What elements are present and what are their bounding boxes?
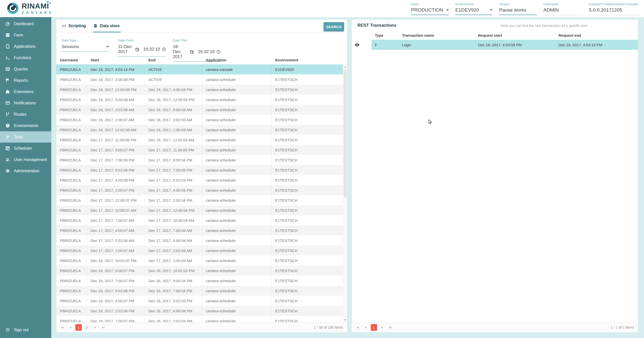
date-from-input[interactable]: 11-Dec-2017 (118, 44, 133, 54)
tab-scripting[interactable]: Scripting (62, 20, 86, 32)
sidebar-item-notifications[interactable]: Notifications (0, 97, 51, 109)
first-page-button[interactable] (59, 324, 65, 330)
sidebar-item-administration[interactable]: Administration (0, 165, 51, 177)
sidebar-item-extensions[interactable]: Extensions (0, 86, 51, 97)
table-row[interactable]: PBRIZUELADec 17, 2017, 12:00:07 PMDec 17… (56, 195, 347, 205)
eye-icon[interactable] (354, 42, 360, 48)
sidebar-item-routes[interactable]: Routes (0, 109, 51, 120)
next-page-button[interactable] (379, 324, 385, 330)
table-row[interactable]: PBRIZUELADec 17, 2017, 9:00:07 PMDec 17,… (56, 145, 347, 155)
environments-icon (5, 123, 10, 128)
scrollbar-thumb[interactable] (344, 69, 347, 198)
sidebar-item-dashboard[interactable]: Dashboard (0, 18, 51, 29)
table-row[interactable]: PBRIZUELADec 17, 2017, 5:02:06 PMDec 17,… (56, 165, 347, 175)
table-row[interactable]: PBRIZUELADec 17, 2017, 4:00:08 PMDec 17,… (56, 175, 347, 185)
sessions-pager: 12 1 - 50 of 100 items (56, 322, 347, 332)
page-button-2[interactable]: 2 (84, 324, 90, 331)
sidebar-item-applications[interactable]: Applications (0, 41, 51, 52)
table-row[interactable]: PBRIZUELADec 17, 2017, 4:00:07 AMDec 17,… (56, 225, 347, 235)
table-row[interactable]: PBRIZUELADec 16, 2017, 2:02:06 PMDec 16,… (56, 306, 347, 316)
header-field-label: Username (543, 2, 582, 6)
table-row[interactable]: PBRIZUELADec 17, 2017, 1:00:07 AMDec 17,… (56, 245, 347, 256)
clock-icon[interactable] (216, 50, 221, 54)
column-header-actions (352, 31, 371, 40)
sidebar-item-scheduler[interactable]: Scheduler (0, 143, 51, 154)
pager-summary: 1 - 1 of 1 items (611, 325, 634, 329)
data-type-select[interactable]: Sessions (62, 44, 109, 52)
registered-mark: ® (49, 2, 51, 5)
first-page-button[interactable] (355, 324, 361, 330)
farm-icon (5, 33, 10, 37)
tab-data-store-label: Data store (100, 24, 119, 28)
last-page-button[interactable] (100, 324, 106, 330)
column-header-username: Username (56, 55, 87, 64)
sidebar-item-functions[interactable]: Functions (0, 52, 51, 63)
table-row[interactable]: PBRIZUELADec 18, 2017, 12:02:06 AMDec 18… (56, 125, 347, 135)
table-row[interactable]: PBRIZUELADec 17, 2017, 7:00:08 PMDec 17,… (56, 155, 347, 165)
sidebar-item-user-management[interactable]: User management (0, 154, 51, 165)
database-icon (93, 24, 98, 28)
sidebar-item-tools[interactable]: Tools (0, 131, 51, 143)
table-row[interactable]: PBRIZUELADec 17, 2017, 7:00:07 AMDec 17,… (56, 215, 347, 225)
routes-icon (5, 112, 10, 117)
calendar-icon[interactable] (135, 47, 139, 52)
table-row[interactable]: PBRIZUELADec 16, 2017, 10:02:07 PMDec 17… (56, 256, 347, 266)
table-row[interactable]: PBRIZUELADec 17, 2017, 2:00:07 PMDec 17,… (56, 185, 347, 195)
table-row[interactable]: PBRIZUELADec 18, 2017, 2:00:07 AMDec 18,… (56, 115, 347, 125)
tab-scripting-label: Scripting (68, 24, 86, 28)
table-row[interactable]: PBRIZUELADec 16, 2017, 4:00:07 PMDec 16,… (56, 296, 347, 306)
code-icon (62, 24, 66, 28)
previous-page-button[interactable] (363, 324, 369, 330)
panel-title: REST Transactions (357, 23, 396, 28)
table-row[interactable]: F Login Dec 18, 2017, 4:03:09 PM Dec 18,… (352, 40, 638, 50)
chevron-down-icon (106, 46, 109, 48)
cell-request-start: Dec 18, 2017, 4:03:09 PM (474, 40, 555, 50)
search-button[interactable]: SEARCH (324, 22, 344, 31)
tab-data-store[interactable]: Data store (93, 20, 119, 32)
time-thru-input[interactable]: 16:32:10 (198, 49, 215, 54)
page-button-1[interactable]: 1 (75, 324, 82, 331)
tenant-value[interactable]: Pause works (499, 7, 537, 15)
brand-name: RINAMI (22, 3, 49, 10)
sidebar-item-environments[interactable]: Environments (0, 120, 51, 131)
sidebar-item-queries[interactable]: Queries (0, 63, 51, 75)
clock-icon[interactable] (162, 47, 166, 52)
scheduler-icon (5, 146, 10, 151)
data-store-panel: Scripting Data store SEARCH Data Type Se… (56, 20, 347, 332)
table-row[interactable]: PBRIZUELADec 18, 2017, 4:00:08 PMACTIVEc… (56, 74, 347, 84)
last-page-button[interactable] (387, 324, 393, 330)
table-row[interactable]: PBRIZUELADec 18, 2017, 4:03:14 PMACTIVEc… (56, 64, 347, 74)
table-row[interactable]: PBRIZUELADec 16, 2017, 5:02:06 PMDec 16,… (56, 286, 347, 296)
table-row[interactable]: PBRIZUELADec 18, 2017, 3:02:06 AMDec 18,… (56, 105, 347, 115)
rest-transactions-titlebar: REST Transactions Here you can find the … (352, 20, 638, 31)
sidebar-item-reports[interactable]: Reports (0, 75, 51, 86)
table-row[interactable]: PBRIZUELADec 18, 2017, 9:00:08 AMDec 18,… (56, 95, 347, 105)
sidebar-item-farm[interactable]: Farm (0, 29, 51, 41)
page-button-1[interactable]: 1 (371, 324, 377, 331)
top-bar: RINAMI® CANTARA FarmPRODUCTIONEnvironmen… (0, 0, 644, 17)
previous-page-button[interactable] (67, 324, 73, 330)
sign-out-label: Sign out (14, 328, 29, 332)
calendar-icon[interactable] (190, 50, 194, 54)
table-row[interactable]: PBRIZUELADec 17, 2017, 2:02:06 AMDec 17,… (56, 235, 347, 245)
environment-select[interactable]: E1DEV920 (455, 7, 493, 15)
sign-out-button[interactable]: Sign out (0, 324, 51, 335)
time-from-input[interactable]: 16:32:10 (143, 47, 160, 52)
table-row[interactable]: PBRIZUELADec 17, 2017, 10:00:07 AMDec 17… (56, 205, 347, 215)
table-row[interactable]: PBRIZUELADec 16, 2017, 1:00:07 PMDec 16,… (56, 316, 347, 322)
table-row[interactable]: PBRIZUELADec 17, 2017, 11:00:08 PMDec 18… (56, 135, 347, 145)
table-row[interactable]: PBRIZUELADec 16, 2017, 9:00:07 PMDec 16,… (56, 266, 347, 276)
scrollbar[interactable] (343, 64, 347, 322)
extensions-icon (5, 89, 10, 94)
sign-out-icon (5, 327, 10, 332)
table-row[interactable]: PBRIZUELADec 18, 2017, 12:00:08 PMDec 18… (56, 84, 347, 95)
scroll-down-arrow[interactable] (343, 318, 347, 322)
table-row[interactable]: PBRIZUELADec 16, 2017, 7:00:07 PMDec 16,… (56, 276, 347, 286)
empty-area (352, 50, 638, 322)
username-value: ADMIN (543, 7, 582, 15)
farm-select[interactable]: PRODUCTION (411, 7, 449, 15)
scroll-up-arrow[interactable] (343, 64, 347, 69)
sessions-table-body: PBRIZUELADec 18, 2017, 4:03:14 PMACTIVEc… (56, 64, 347, 322)
column-header-transaction-name: Transaction name (398, 31, 474, 40)
next-page-button[interactable] (92, 324, 98, 330)
